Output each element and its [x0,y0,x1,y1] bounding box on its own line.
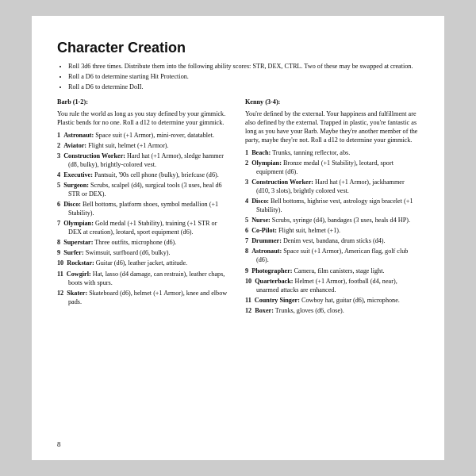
list-item: 10 Quarterback: Helmet (+1 Armor), footb… [245,277,419,294]
list-item: 3 Construction Worker: Hard hat (+1 Armo… [245,178,419,195]
item-number: 8 [245,248,248,255]
list-item: 1 Beach: Trunks, tanning reflector, abs. [245,148,419,157]
list-item: 6 Disco: Bell bottoms, platform shoes, s… [57,200,231,217]
item-name: Quarterback: [255,278,293,285]
item-desc: Skateboard (d6), helmet (+1 Armor), knee… [68,290,227,305]
item-number: 6 [57,201,60,208]
item-desc: Space suit (+1 Armor), mini-rover, datat… [95,132,214,139]
right-column: Kenny (3-4): You're defined by the exter… [245,98,419,316]
item-desc: Guitar (d6), leather jacket, attitude. [96,259,187,267]
left-section-title: Barb (1-2): [57,98,231,106]
list-item: 1 Astronaut: Space suit (+1 Armor), mini… [57,131,231,140]
list-item: 11 Country Singer: Cowboy hat, guitar (d… [245,296,419,305]
item-number: 3 [245,178,248,186]
item-number: 3 [57,152,60,159]
item-number: 5 [245,217,248,224]
item-number: 5 [57,182,60,189]
intro-list: Roll 3d6 three times. Distribute them in… [68,62,419,91]
item-number: 12 [245,307,251,314]
item-name: Olympian: [63,220,94,227]
left-items-list: 1 Astronaut: Space suit (+1 Armor), mini… [57,131,231,306]
item-name: Photographer: [251,267,292,274]
list-item: 9 Photographer: Camera, film canisters, … [245,267,419,275]
right-items-list: 1 Beach: Trunks, tanning reflector, abs.… [245,148,419,315]
list-item: 7 Olympian: Gold medal (+1 Stability), t… [57,219,231,236]
item-number: 9 [57,249,60,256]
item-number: 10 [57,259,63,267]
item-number: 6 [245,227,248,234]
left-section-description: You rule the world as long as you stay d… [57,109,231,127]
item-name: Nurse: [251,217,271,224]
item-name: Olympian: [251,159,282,167]
item-name: Aviator: [63,142,86,149]
list-item: 2 Olympian: Bronze medal (+1 Stability),… [245,159,419,176]
item-name: Astronaut: [251,248,282,255]
item-name: Astronaut: [63,132,94,139]
item-name: Disco: [63,201,81,208]
list-item: 10 Rockstar: Guitar (d6), leather jacket… [57,259,231,267]
item-name: Drummer: [251,237,282,244]
item-desc: Bell bottoms, highrise vest, astrology s… [256,198,413,213]
page-title: Character Creation [57,38,419,57]
list-item: 11 Cowgirl: Hat, lasso (d4 damage, can r… [57,270,231,287]
item-number: 2 [245,159,248,167]
item-number: 7 [245,237,248,244]
item-desc: Hat, lasso (d4 damage, can restrain), le… [68,271,225,286]
item-desc: Pantsuit, '90s cell phone (bulky), brief… [94,171,219,178]
columns: Barb (1-2): You rule the world as long a… [57,98,419,316]
item-desc: Scrubs, syringe (d4), bandages (3 uses, … [272,217,410,224]
item-desc: Three outfits, microphone (d6). [94,239,176,246]
list-item: 4 Executive: Pantsuit, '90s cell phone (… [57,171,231,179]
item-number: 9 [245,267,248,274]
item-desc: Denim vest, bandana, drum sticks (d4). [283,237,386,244]
item-desc: Flight suit, helmet (+1). [278,227,340,234]
item-name: Construction Worker: [251,178,313,186]
item-number: 7 [57,220,60,227]
item-name: Surgeon: [63,182,89,189]
item-name: Skater: [67,290,87,297]
list-item: 9 Surfer: Swimsuit, surfboard (d6, bulky… [57,248,231,257]
page: Character Creation Roll 3d6 three times.… [32,16,444,460]
list-item: 12 Boxer: Trunks, gloves (d6, close). [245,306,419,315]
item-name: Beach: [251,149,271,156]
list-item: 5 Surgeon: Scrubs, scalpel (d4), surgica… [57,181,231,198]
list-item: 2 Aviator: Flight suit, helmet (+1 Armor… [57,141,231,150]
left-column: Barb (1-2): You rule the world as long a… [57,98,231,316]
item-number: 4 [57,171,60,178]
item-number: 10 [245,278,251,285]
item-name: Surfer: [63,249,83,256]
list-item: 12 Skater: Skateboard (d6), helmet (+1 A… [57,289,231,306]
item-name: Country Singer: [255,297,300,304]
item-name: Rockstar: [67,259,94,267]
item-number: 4 [245,198,248,205]
right-section-title: Kenny (3-4): [245,98,419,106]
item-name: Disco: [251,198,269,205]
list-item: 3 Construction Worker: Hard hat (+1 Armo… [57,152,231,169]
page-number: 8 [57,440,61,449]
item-desc: Camera, film canisters, stage light. [294,267,385,274]
item-desc: Bell bottoms, platform shoes, symbol med… [68,201,218,217]
item-number: 12 [57,290,63,297]
item-name: Construction Worker: [63,152,125,159]
item-number: 2 [57,142,60,149]
list-item: 4 Disco: Bell bottoms, highrise vest, as… [245,197,419,214]
item-desc: Scrubs, scalpel (d4), surgical tools (3 … [68,182,222,198]
item-desc: Cowboy hat, guitar (d6), microphone. [301,297,400,304]
right-section-description: You're defined by the external. Your hap… [245,109,419,144]
list-item: 7 Drummer: Denim vest, bandana, drum sti… [245,236,419,245]
list-item: 5 Nurse: Scrubs, syringe (d4), bandages … [245,216,419,225]
item-desc: Swimsuit, surfboard (d6, bulky). [86,249,171,256]
item-desc: Flight suit, helmet (+1 Armor). [88,142,169,149]
item-number: 11 [57,271,63,278]
item-number: 8 [57,239,60,246]
item-number: 11 [245,297,251,304]
list-item: 8 Superstar: Three outfits, microphone (… [57,238,231,247]
item-number: 1 [57,132,60,139]
item-name: Boxer: [255,307,274,314]
list-item: 8 Astronaut: Space suit (+1 Armor), Amer… [245,247,419,264]
item-desc: Trunks, tanning reflector, abs. [272,149,350,156]
item-name: Superstar: [63,239,93,246]
intro-item-2: Roll a D6 to determine starting Hit Prot… [68,72,419,81]
intro-item-3: Roll a D6 to determine DoII. [68,83,419,91]
item-number: 1 [245,149,248,156]
